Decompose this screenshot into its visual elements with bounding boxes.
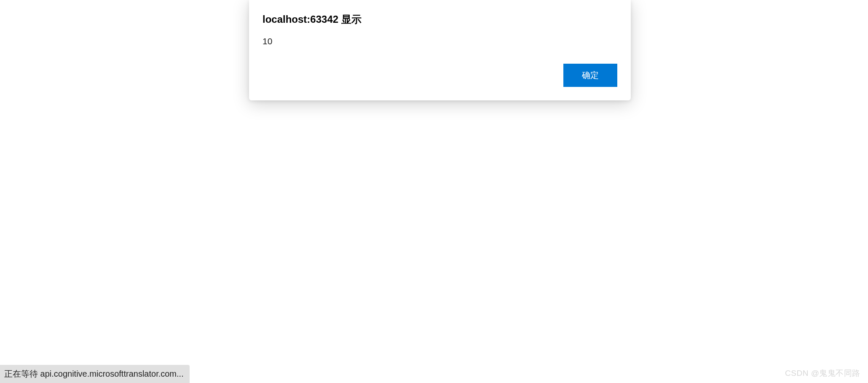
alert-dialog: localhost:63342 显示 10 确定 bbox=[249, 0, 631, 100]
dialog-title: localhost:63342 显示 bbox=[263, 13, 617, 26]
status-bar: 正在等待 api.cognitive.microsofttranslator.c… bbox=[0, 365, 190, 383]
watermark: CSDN @鬼鬼不同路 bbox=[785, 368, 860, 379]
dialog-message: 10 bbox=[263, 35, 617, 47]
ok-button[interactable]: 确定 bbox=[563, 64, 617, 87]
dialog-actions: 确定 bbox=[263, 64, 617, 87]
